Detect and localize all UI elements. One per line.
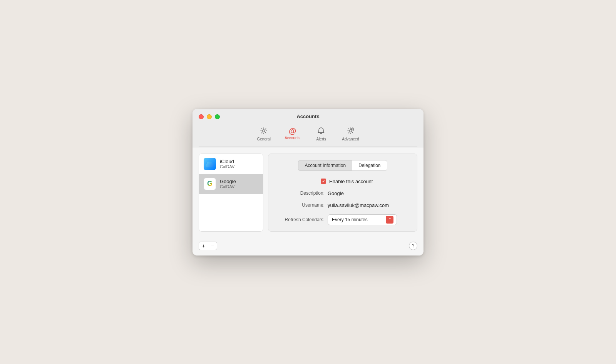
google-name: Google (220, 179, 236, 185)
form-section: ✓ Enable this account Description: Googl… (275, 179, 411, 225)
google-info: Google CalDAV (220, 179, 236, 189)
icloud-type: CalDAV (220, 164, 234, 169)
tab-delegation[interactable]: Delegation (352, 160, 387, 171)
add-remove-buttons: + − (199, 242, 217, 250)
gear-icon (260, 127, 268, 136)
description-field-label: Description: (275, 190, 325, 196)
tab-bar: Account Information Delegation (275, 160, 411, 171)
window-title: Accounts (296, 114, 319, 119)
google-icon: G (204, 178, 216, 190)
general-label: General (257, 137, 271, 141)
username-row: Username: yulia.savliuk@macpaw.com (275, 202, 411, 208)
icloud-icon (204, 158, 216, 170)
svg-point-1 (350, 130, 352, 132)
add-account-button[interactable]: + (199, 242, 208, 250)
main-window: Accounts General @ Accounts (192, 109, 424, 255)
refresh-value: Every 15 minutes (332, 217, 368, 222)
username-value: yulia.savliuk@macpaw.com (328, 202, 389, 208)
toolbar-item-general[interactable]: General (250, 125, 278, 145)
minimize-button[interactable] (207, 114, 212, 119)
toolbar: General @ Accounts Alerts (250, 123, 366, 145)
content-area: iCloud CalDAV G Google CalDAV Account In (192, 147, 424, 238)
remove-account-button[interactable]: − (208, 242, 217, 250)
help-button[interactable]: ? (409, 242, 417, 250)
tab-account-information[interactable]: Account Information (298, 160, 352, 171)
refresh-dropdown[interactable]: Every 15 minutes ⌃ (328, 214, 397, 225)
description-value: Google (328, 190, 344, 196)
main-panel: Account Information Delegation ✓ Enable … (268, 154, 417, 232)
enable-label: Enable this account (329, 179, 373, 184)
accounts-label: Accounts (285, 136, 300, 140)
accounts-icon: @ (289, 127, 296, 135)
traffic-lights (199, 114, 220, 119)
maximize-button[interactable] (215, 114, 220, 119)
accounts-sidebar: iCloud CalDAV G Google CalDAV (199, 154, 263, 232)
google-g-letter: G (207, 180, 213, 188)
toolbar-item-alerts[interactable]: Alerts (307, 125, 335, 145)
icloud-name: iCloud (220, 159, 234, 165)
dropdown-arrow: ⌃ (386, 216, 393, 224)
account-item-icloud[interactable]: iCloud CalDAV (199, 154, 263, 174)
icloud-info: iCloud CalDAV (220, 159, 234, 169)
toolbar-item-advanced[interactable]: Advanced (335, 125, 366, 145)
description-row: Description: Google (275, 190, 411, 196)
alerts-label: Alerts (316, 137, 326, 141)
enable-row: ✓ Enable this account (275, 179, 411, 184)
username-field-label: Username: (275, 202, 325, 208)
account-item-google[interactable]: G Google CalDAV (199, 174, 263, 194)
svg-point-0 (263, 130, 265, 132)
advanced-label: Advanced (342, 137, 359, 141)
advanced-icon (347, 127, 355, 136)
bottom-bar: + − ? (192, 238, 424, 255)
google-type: CalDAV (220, 184, 236, 189)
refresh-field-label: Refresh Calendars: (275, 217, 325, 222)
close-button[interactable] (199, 114, 204, 119)
sidebar-spacer (199, 194, 263, 231)
chevron-icon: ⌃ (388, 217, 392, 222)
toolbar-item-accounts[interactable]: @ Accounts (278, 125, 307, 145)
bell-icon (317, 127, 325, 136)
enable-checkbox[interactable]: ✓ (321, 179, 326, 184)
title-bar: Accounts General @ Accounts (192, 109, 424, 147)
refresh-row: Refresh Calendars: Every 15 minutes ⌃ (275, 214, 411, 225)
checkmark-icon: ✓ (322, 179, 325, 184)
